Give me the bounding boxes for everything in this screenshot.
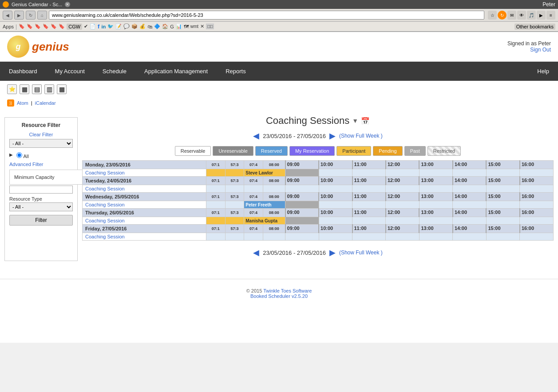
- slot-m1[interactable]: [206, 169, 225, 177]
- bookmark-x[interactable]: ✕: [200, 24, 204, 29]
- legend-restricted[interactable]: Restricted: [427, 146, 461, 156]
- view-icon-3[interactable]: ▥: [44, 84, 54, 94]
- calendar-icon[interactable]: 📅: [361, 117, 370, 125]
- slot-m7[interactable]: [386, 169, 419, 177]
- show-full-week-link-bottom[interactable]: (Show Full Week ): [339, 249, 383, 256]
- bookmark-ga[interactable]: 📊: [176, 24, 182, 29]
- slot-f8[interactable]: [386, 233, 419, 241]
- nav-help[interactable]: Help: [528, 62, 558, 81]
- slot-th-gray[interactable]: [285, 217, 319, 225]
- slot-m-name[interactable]: Steve Lawlor: [244, 169, 285, 177]
- slot-w1[interactable]: [206, 201, 225, 209]
- bookmark-h[interactable]: 🏠: [162, 24, 168, 29]
- slot-f5[interactable]: [285, 233, 319, 241]
- slot-t2[interactable]: [225, 185, 244, 193]
- slot-t3[interactable]: [244, 185, 263, 193]
- extension-icon-4[interactable]: ▶: [537, 11, 546, 20]
- slot-t4[interactable]: [263, 185, 285, 193]
- bookmark-t[interactable]: 🐦: [107, 24, 114, 29]
- slot-th11[interactable]: [520, 217, 554, 225]
- slot-f9[interactable]: [419, 233, 452, 241]
- slot-m6[interactable]: [352, 169, 386, 177]
- legend-my-reservation[interactable]: My Reservation: [289, 146, 335, 156]
- bookmark-f[interactable]: f: [98, 23, 99, 30]
- bookmark-map[interactable]: 🗺: [184, 24, 189, 29]
- slot-m11[interactable]: [520, 169, 554, 177]
- slot-w2[interactable]: [225, 201, 244, 209]
- bookmark-in[interactable]: in: [101, 24, 106, 29]
- extension-icon-1[interactable]: ✉: [507, 11, 516, 20]
- slot-f7[interactable]: [352, 233, 386, 241]
- prev-week-button-bottom[interactable]: ◀: [253, 248, 259, 257]
- view-icon-1[interactable]: ▦: [20, 84, 29, 94]
- view-icon-4[interactable]: ▦: [57, 84, 67, 94]
- bookmark-p[interactable]: 💰: [139, 24, 146, 29]
- advanced-filter-link[interactable]: Advanced Filter: [9, 162, 73, 167]
- slot-m2[interactable]: [225, 169, 244, 177]
- all-filter-select[interactable]: - All -: [9, 139, 73, 148]
- bookmark-5[interactable]: 🔖: [51, 24, 57, 29]
- show-full-week-link-top[interactable]: (Show Full Week ): [339, 133, 383, 139]
- bookmark-8[interactable]: 📄: [90, 24, 96, 29]
- bookmark-1[interactable]: 🔖: [19, 24, 25, 29]
- legend-past[interactable]: Past: [404, 146, 426, 156]
- extension-icon-2[interactable]: 👁: [517, 11, 526, 20]
- bookmark-c[interactable]: 🔷: [154, 24, 160, 29]
- other-bookmarks[interactable]: Other bookmarks: [514, 24, 555, 30]
- extension-icon-3[interactable]: 🎵: [527, 11, 536, 20]
- apps-bookmark[interactable]: Apps: [3, 24, 14, 29]
- address-bar[interactable]: [49, 11, 484, 20]
- legend-participant[interactable]: Participant: [336, 146, 371, 156]
- slot-m5[interactable]: [319, 169, 352, 177]
- slot-f4[interactable]: [263, 233, 285, 241]
- slot-m8[interactable]: [419, 169, 452, 177]
- menu-icon[interactable]: ≡: [546, 11, 555, 20]
- coaching-session-thursday[interactable]: Coaching Session: [85, 218, 125, 223]
- refresh-icon[interactable]: ↻: [498, 11, 507, 20]
- coaching-session-monday[interactable]: Coaching Session: [85, 170, 125, 175]
- forward-button[interactable]: ▶: [14, 11, 24, 20]
- twinkle-toes-link[interactable]: Twinkle Toes Software: [263, 288, 312, 293]
- slot-w7[interactable]: [386, 201, 419, 209]
- slot-th1[interactable]: [206, 217, 225, 225]
- bookmark-s[interactable]: 🛍: [147, 24, 152, 29]
- back-button[interactable]: ◀: [3, 11, 12, 20]
- slot-f10[interactable]: [453, 233, 486, 241]
- sign-out-link[interactable]: Sign Out: [530, 47, 551, 53]
- clear-filter-link[interactable]: Clear Filter: [9, 132, 73, 137]
- min-capacity-input[interactable]: [9, 186, 73, 194]
- next-week-button-bottom[interactable]: ▶: [329, 248, 336, 257]
- slot-f11[interactable]: [486, 233, 519, 241]
- nav-my-account[interactable]: My Account: [46, 62, 94, 81]
- booked-scheduler-link[interactable]: Booked Scheduler v2.5.20: [250, 293, 308, 299]
- slot-w-name[interactable]: Peter Freeth: [244, 201, 285, 209]
- slot-f1[interactable]: [206, 233, 225, 241]
- slot-t8[interactable]: [386, 185, 419, 193]
- slot-t1[interactable]: [206, 185, 225, 193]
- slot-t10[interactable]: [453, 185, 486, 193]
- icalendar-link[interactable]: iCalendar: [35, 100, 56, 106]
- bookmark-db[interactable]: 📦: [131, 24, 138, 29]
- slot-th7[interactable]: [386, 217, 419, 225]
- bookmark-wmt[interactable]: wmt: [190, 24, 198, 29]
- slot-t11[interactable]: [486, 185, 519, 193]
- all-radio[interactable]: [16, 152, 22, 158]
- filter-button[interactable]: Filter: [9, 215, 73, 226]
- slot-th2[interactable]: [225, 217, 244, 225]
- bookmark-4[interactable]: 🔖: [43, 24, 49, 29]
- nav-dashboard[interactable]: Dashboard: [0, 62, 46, 81]
- atom-link[interactable]: Atom: [17, 100, 28, 106]
- legend-reservable[interactable]: Reservable: [175, 146, 211, 156]
- slot-w11[interactable]: [520, 201, 554, 209]
- nav-reports[interactable]: Reports: [217, 62, 255, 81]
- legend-unreservable[interactable]: Unreservable: [213, 146, 253, 156]
- slot-m9[interactable]: [453, 169, 486, 177]
- nav-schedule[interactable]: Schedule: [94, 62, 135, 81]
- bookmark-star-icon[interactable]: ☆: [488, 11, 497, 20]
- home-button[interactable]: ⌂: [37, 11, 47, 20]
- slot-th6[interactable]: [352, 217, 386, 225]
- slot-w8[interactable]: [419, 201, 452, 209]
- bookmark-b[interactable]: 📝: [115, 24, 122, 29]
- slot-f12[interactable]: [520, 233, 554, 241]
- resource-type-select[interactable]: - All -: [9, 202, 73, 211]
